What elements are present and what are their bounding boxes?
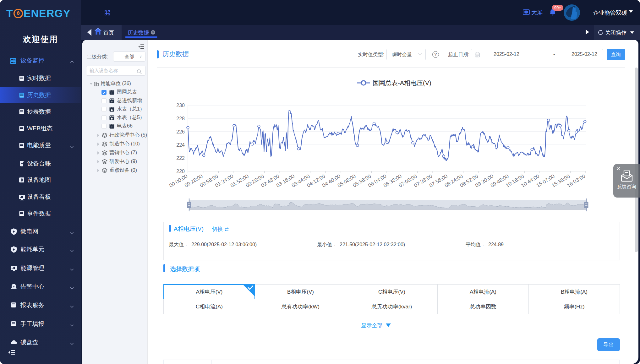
- svg-text:222: 222: [176, 155, 185, 161]
- svg-text:230: 230: [176, 103, 185, 108]
- svg-text:228: 228: [176, 116, 185, 121]
- svg-text:226: 226: [176, 129, 185, 134]
- svg-text:220: 220: [176, 169, 185, 174]
- svg-text:224: 224: [176, 142, 185, 148]
- svg-text:国网总表-A相电压(V): 国网总表-A相电压(V): [373, 79, 431, 86]
